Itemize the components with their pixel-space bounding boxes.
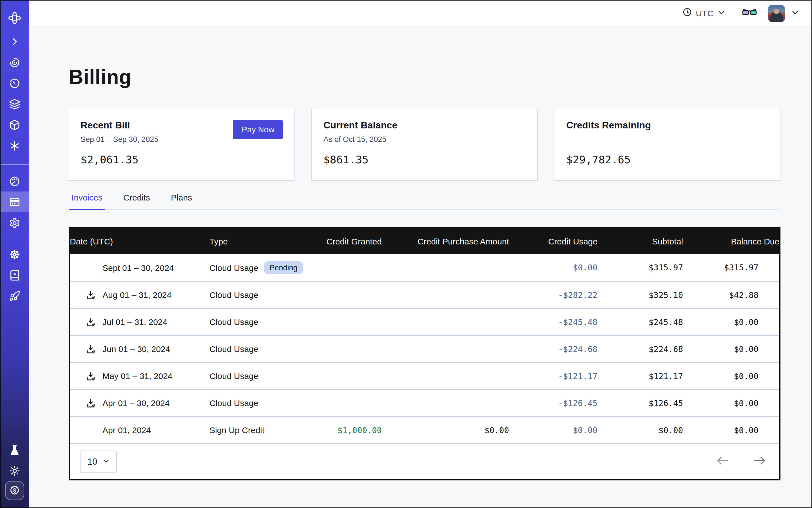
card-amount: $29,782.65 [566, 153, 769, 166]
invoice-date: Aug 01 – 31, 2024 [102, 290, 171, 300]
card-amount: $861.35 [324, 153, 526, 166]
invoice-type: Cloud Usage [210, 317, 258, 327]
flask-icon [9, 444, 20, 455]
subtotal-value: $126.45 [597, 398, 683, 408]
invoice-type: Cloud Usage [210, 398, 258, 408]
dollar-badge-icon [9, 485, 20, 496]
sidebar-item-layers[interactable] [1, 93, 29, 114]
sidebar-item-expand[interactable] [1, 31, 29, 52]
card-amount: $2,061.35 [81, 153, 283, 166]
tab-invoices[interactable]: Invoices [69, 193, 105, 210]
page-title: Billing [69, 65, 811, 89]
sidebar-item-spiral[interactable] [1, 52, 29, 73]
invoice-type: Cloud Usage [210, 344, 258, 354]
tab-plans[interactable]: Plans [168, 193, 195, 210]
download-invoice-icon[interactable] [86, 317, 96, 327]
timezone-selector[interactable]: UTC [682, 7, 725, 19]
invoice-date: May 01 – 31, 2024 [102, 371, 173, 381]
sidebar-item-cube[interactable] [1, 114, 29, 135]
download-invoice-icon[interactable] [86, 344, 96, 354]
invoice-type: Cloud Usage [210, 263, 258, 272]
prev-page-button[interactable] [714, 454, 731, 469]
sidebar-divider [1, 239, 29, 239]
card-subtitle [566, 135, 769, 144]
balance-due-value: $0.00 [683, 425, 779, 434]
sidebar-item-asterisk[interactable] [1, 135, 29, 156]
balance-due-value: $0.00 [683, 372, 779, 380]
col-header-balance-due: Balance Due [683, 236, 779, 246]
sidebar-item-labs[interactable] [1, 439, 29, 460]
invoice-date: Jul 01 – 31, 2024 [102, 317, 167, 327]
col-header-type: Type [210, 236, 311, 246]
col-header-credit-usage: Credit Usage [509, 236, 597, 246]
balance-due-value: $0.00 [683, 344, 779, 353]
avatar[interactable] [768, 5, 785, 22]
orbit-logo-icon[interactable] [1, 5, 29, 31]
pay-now-button[interactable]: Pay Now [233, 120, 283, 139]
chevron-down-icon [102, 457, 110, 467]
balance-due-value: $42.88 [683, 290, 779, 299]
col-header-subtotal: Subtotal [597, 236, 683, 246]
credit-granted-value: $1,000.00 [311, 425, 382, 434]
subtotal-value: $325.10 [597, 290, 683, 299]
sun-icon [9, 465, 20, 476]
sidebar-divider [1, 164, 29, 165]
glasses-icon[interactable] [742, 8, 757, 19]
chevron-down-icon[interactable] [791, 8, 799, 18]
subtotal-value: $121.17 [597, 372, 683, 380]
download-invoice-icon[interactable] [86, 290, 96, 300]
subtotal-value: $315.97 [597, 263, 683, 272]
invoice-type: Cloud Usage [210, 290, 258, 300]
card-subtitle: As of Oct 15, 2025 [324, 135, 526, 144]
credits-remaining-card: Credits Remaining $29,782.65 [554, 109, 780, 181]
sidebar-item-support[interactable] [1, 244, 29, 265]
table-row: Jul 01 – 31, 2024 Cloud Usage -$245.48 $… [70, 308, 779, 335]
invoice-type: Cloud Usage [210, 371, 258, 381]
arrow-right-icon [754, 456, 766, 467]
table-row: May 01 – 31, 2024 Cloud Usage -$121.17 $… [70, 362, 779, 389]
arrow-left-icon [716, 456, 729, 467]
billing-page: Billing Recent Bill Sep 01 – Sep 30, 202… [29, 27, 811, 507]
topbar: UTC [29, 1, 811, 27]
invoice-type: Sign Up Credit [210, 425, 264, 435]
invoices-table: Date (UTC) Type Credit Granted Credit Pu… [69, 227, 780, 480]
asterisk-icon [9, 140, 20, 151]
sidebar-item-history[interactable] [1, 73, 29, 93]
download-invoice-icon[interactable] [86, 398, 96, 408]
spiral-icon [9, 56, 20, 68]
tab-credits[interactable]: Credits [121, 193, 153, 210]
history-icon [9, 77, 20, 89]
subtotal-value: $0.00 [597, 425, 683, 434]
table-footer: 10 [70, 443, 779, 479]
status-badge: Pending [264, 261, 303, 274]
table-row: Apr 01, 2024 Sign Up Credit $1,000.00 $0… [70, 416, 779, 443]
rocket-icon [9, 290, 20, 302]
credit-usage-value: -$245.48 [509, 318, 597, 326]
subtotal-value: $245.48 [597, 318, 683, 326]
sidebar-item-settings[interactable] [1, 212, 29, 233]
next-page-button[interactable] [751, 454, 768, 469]
table-row: Sept 01 – 30, 2024 Cloud Usage Pending $… [70, 254, 779, 281]
credit-purchase-value: $0.00 [382, 425, 509, 434]
download-invoice-icon[interactable] [86, 371, 96, 381]
sidebar-item-docs[interactable] [1, 265, 29, 286]
ship-wheel-icon [9, 249, 20, 260]
table-body: Sept 01 – 30, 2024 Cloud Usage Pending $… [70, 254, 779, 443]
page-size-select[interactable]: 10 [81, 450, 117, 473]
gauge-icon [9, 175, 20, 187]
credit-usage-value: -$121.17 [509, 372, 597, 380]
balance-due-value: $0.00 [683, 398, 779, 408]
col-header-credit-granted: Credit Granted [311, 236, 382, 246]
chevron-down-icon [717, 8, 725, 18]
credit-usage-value: $0.00 [509, 263, 597, 272]
billing-card-icon [9, 196, 20, 208]
billing-app: UTC Billing [0, 0, 812, 508]
layers-icon [9, 98, 20, 110]
sidebar-item-billing[interactable] [1, 192, 29, 212]
table-header: Date (UTC) Type Credit Granted Credit Pu… [70, 228, 779, 254]
sidebar-item-getting-started[interactable] [1, 286, 29, 306]
sidebar-item-theme[interactable] [1, 460, 29, 481]
invoice-date: Sept 01 – 30, 2024 [102, 263, 174, 272]
sidebar-item-usage[interactable] [1, 171, 29, 192]
credits-dollar-button[interactable] [5, 481, 24, 500]
